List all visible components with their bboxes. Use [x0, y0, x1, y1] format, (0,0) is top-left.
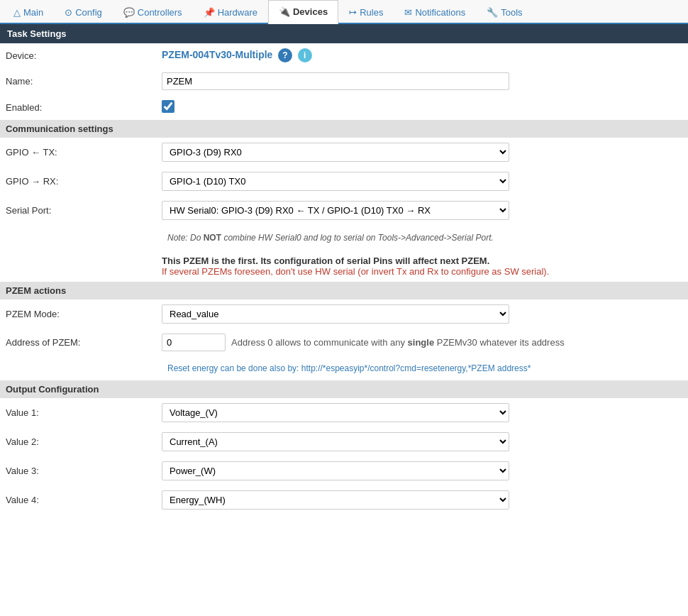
help-question-icon[interactable]: ? — [278, 48, 292, 62]
config-icon: ⊙ — [65, 7, 72, 18]
warning-spacer — [0, 251, 156, 282]
serial-port-label: Serial Port: — [0, 196, 156, 225]
tab-tools-label: Tools — [501, 7, 522, 18]
enabled-row: Enabled: — [0, 95, 688, 120]
gpio-rx-select[interactable]: GPIO-1 (D10) TX0 GPIO-3 (D9) RX0 GPIO-4 … — [162, 172, 509, 191]
device-row: Device: PZEM-004Tv30-Multiple ? i — [0, 43, 688, 67]
tab-rules-label: Rules — [360, 7, 383, 18]
pzem-mode-select-cell: Read_value Set_address Reset_energy — [156, 299, 688, 329]
tab-hardware-label: Hardware — [218, 7, 257, 18]
value1-select[interactable]: Voltage_(V) Current_(A) Power_(W) Energy… — [162, 403, 509, 422]
reset-energy-spacer — [0, 356, 156, 380]
value2-select[interactable]: Voltage_(V) Current_(A) Power_(W) Energy… — [162, 432, 509, 451]
gpio-tx-label: GPIO ← TX: — [0, 138, 156, 167]
reset-energy-link: Reset energy can be done also by: http:/… — [162, 361, 682, 375]
tab-main[interactable]: △ Main — [3, 1, 54, 23]
notifications-icon: ✉ — [404, 7, 412, 18]
output-config-header: Output Configuration — [0, 380, 688, 398]
value3-label: Value 3: — [0, 456, 156, 485]
pzem-mode-row: PZEM Mode: Read_value Set_address Reset_… — [0, 299, 688, 329]
reset-energy-row: Reset energy can be done also by: http:/… — [0, 356, 688, 380]
tab-tools[interactable]: 🔧 Tools — [476, 1, 533, 23]
reset-energy-cell: Reset energy can be done also by: http:/… — [156, 356, 688, 380]
gpio-tx-select-cell: GPIO-3 (D9) RX0 GPIO-1 (D10) TX0 GPIO-4 … — [156, 138, 688, 167]
communication-table: GPIO ← TX: GPIO-3 (D9) RX0 GPIO-1 (D10) … — [0, 138, 688, 282]
warning-text-1: This PZEM is the first. Its configuratio… — [162, 255, 682, 266]
tab-devices-label: Devices — [293, 6, 328, 17]
tab-notifications[interactable]: ✉ Notifications — [394, 1, 476, 23]
pzem-actions-table: PZEM Mode: Read_value Set_address Reset_… — [0, 299, 688, 380]
note-not: NOT — [204, 233, 221, 243]
gpio-tx-row: GPIO ← TX: GPIO-3 (D9) RX0 GPIO-1 (D10) … — [0, 138, 688, 167]
enabled-checkbox-cell — [156, 95, 688, 120]
tab-notifications-label: Notifications — [415, 7, 465, 18]
task-settings-table: Device: PZEM-004Tv30-Multiple ? i Name: … — [0, 43, 688, 120]
value2-row: Value 2: Voltage_(V) Current_(A) Power_(… — [0, 427, 688, 456]
hardware-icon: 📌 — [204, 7, 215, 18]
address-row-container: Address 0 allows to communicate with any… — [162, 334, 682, 351]
name-input[interactable] — [162, 72, 509, 90]
tab-devices[interactable]: 🔌 Devices — [268, 0, 338, 24]
value4-row: Value 4: Voltage_(V) Current_(A) Power_(… — [0, 485, 688, 515]
serial-note-spacer — [0, 225, 156, 251]
tools-icon: 🔧 — [487, 7, 498, 18]
serial-note-row: Note: Do NOT combine HW Serial0 and log … — [0, 225, 688, 251]
tab-rules[interactable]: ↦ Rules — [338, 1, 394, 23]
warning-text-2: If several PZEMs foreseen, don't use HW … — [162, 266, 682, 277]
value3-select-cell: Voltage_(V) Current_(A) Power_(W) Energy… — [156, 456, 688, 485]
tab-hardware[interactable]: 📌 Hardware — [193, 1, 268, 23]
device-label: Device: — [0, 43, 156, 67]
tab-controllers-label: Controllers — [138, 7, 182, 18]
value2-label: Value 2: — [0, 427, 156, 456]
nav-tabs: △ Main ⊙ Config 💬 Controllers 📌 Hardware… — [0, 0, 688, 24]
task-settings-header: Task Settings — [0, 24, 688, 43]
warning-cell: This PZEM is the first. Its configuratio… — [156, 251, 688, 282]
output-config-table: Value 1: Voltage_(V) Current_(A) Power_(… — [0, 398, 688, 515]
serial-port-select[interactable]: HW Serial0: GPIO-3 (D9) RX0 ← TX / GPIO-… — [162, 201, 509, 220]
controllers-icon: 💬 — [123, 7, 135, 18]
value4-select[interactable]: Voltage_(V) Current_(A) Power_(W) Energy… — [162, 490, 509, 510]
pzem-address-label: Address of PZEM: — [0, 329, 156, 356]
value3-select[interactable]: Voltage_(V) Current_(A) Power_(W) Energy… — [162, 461, 509, 480]
serial-note: Note: Do NOT combine HW Serial0 and log … — [162, 230, 682, 246]
device-value-cell: PZEM-004Tv30-Multiple ? i — [156, 43, 688, 67]
rules-icon: ↦ — [349, 7, 357, 18]
value1-label: Value 1: — [0, 398, 156, 427]
name-row: Name: — [0, 67, 688, 95]
enabled-checkbox[interactable] — [162, 100, 174, 113]
pzem-address-cell: Address 0 allows to communicate with any… — [156, 329, 688, 356]
serial-port-select-cell: HW Serial0: GPIO-3 (D9) RX0 ← TX / GPIO-… — [156, 196, 688, 225]
tab-main-label: Main — [23, 7, 43, 18]
communication-header: Communication settings — [0, 120, 688, 138]
gpio-rx-label: GPIO → RX: — [0, 167, 156, 196]
tab-config-label: Config — [75, 7, 102, 18]
name-input-cell — [156, 67, 688, 95]
value4-label: Value 4: — [0, 485, 156, 515]
pzem-address-input[interactable] — [162, 334, 226, 351]
value3-row: Value 3: Voltage_(V) Current_(A) Power_(… — [0, 456, 688, 485]
tab-config[interactable]: ⊙ Config — [54, 1, 113, 23]
value1-row: Value 1: Voltage_(V) Current_(A) Power_(… — [0, 398, 688, 427]
tab-controllers[interactable]: 💬 Controllers — [113, 1, 193, 23]
main-icon: △ — [13, 7, 21, 18]
pzem-address-row: Address of PZEM: Address 0 allows to com… — [0, 329, 688, 356]
pzem-mode-label: PZEM Mode: — [0, 299, 156, 329]
serial-port-row: Serial Port: HW Serial0: GPIO-3 (D9) RX0… — [0, 196, 688, 225]
serial-note-cell: Note: Do NOT combine HW Serial0 and log … — [156, 225, 688, 251]
gpio-tx-select[interactable]: GPIO-3 (D9) RX0 GPIO-1 (D10) TX0 GPIO-4 … — [162, 143, 509, 162]
pzem-actions-header: PZEM actions — [0, 282, 688, 299]
enabled-label: Enabled: — [0, 95, 156, 120]
address-hint-bold: single — [408, 337, 435, 348]
address-hint: Address 0 allows to communicate with any… — [231, 337, 565, 348]
name-label: Name: — [0, 67, 156, 95]
gpio-rx-select-cell: GPIO-1 (D10) TX0 GPIO-3 (D9) RX0 GPIO-4 … — [156, 167, 688, 196]
value1-select-cell: Voltage_(V) Current_(A) Power_(W) Energy… — [156, 398, 688, 427]
value2-select-cell: Voltage_(V) Current_(A) Power_(W) Energy… — [156, 427, 688, 456]
gpio-rx-row: GPIO → RX: GPIO-1 (D10) TX0 GPIO-3 (D9) … — [0, 167, 688, 196]
help-info-icon[interactable]: i — [298, 48, 312, 62]
warning-row: This PZEM is the first. Its configuratio… — [0, 251, 688, 282]
pzem-mode-select[interactable]: Read_value Set_address Reset_energy — [162, 304, 509, 324]
device-name[interactable]: PZEM-004Tv30-Multiple — [162, 49, 272, 60]
devices-icon: 🔌 — [279, 6, 290, 17]
value4-select-cell: Voltage_(V) Current_(A) Power_(W) Energy… — [156, 485, 688, 515]
